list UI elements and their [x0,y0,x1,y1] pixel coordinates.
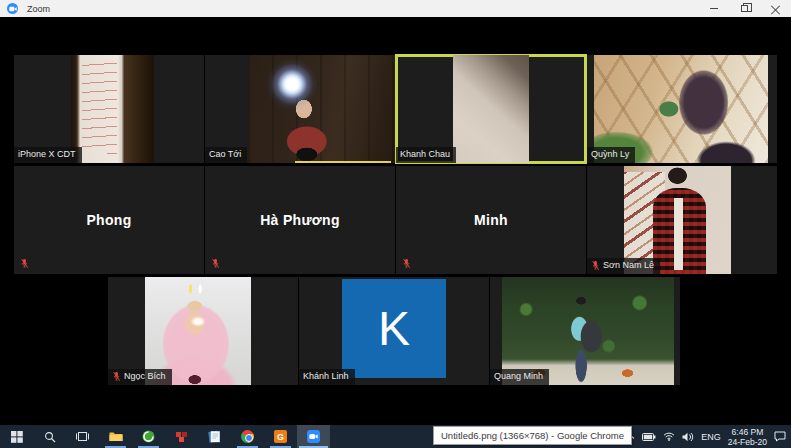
participant-name: Phong [14,166,204,274]
participant-name: Cao Tới [209,149,241,160]
windows-logo-icon [11,431,23,443]
close-icon [771,4,780,13]
participant-name: Khanh Chau [400,149,450,160]
participant-name-tag: Quang Minh [490,369,549,385]
zoom-app-window: Zoom iPhone X CDT Cao Tới Khanh Chau [0,0,791,448]
notes-app-icon [208,430,221,443]
search-button[interactable] [33,425,66,448]
participant-name: Minh [396,166,586,274]
start-button[interactable] [0,425,33,448]
system-tray: ENG 6:46 PM 24-Feb-20 [607,425,791,448]
windows-taskbar: G [0,425,791,448]
participant-video [453,55,529,163]
volume-icon[interactable] [682,432,694,442]
task-view-button[interactable] [66,425,99,448]
window-title: Zoom [27,4,50,14]
participant-tile-khanh-chau-active-speaker[interactable]: Khanh Chau [396,55,586,163]
avatar: K [342,279,446,378]
wifi-icon[interactable] [663,432,675,441]
participant-tile-iphone-x-cdt[interactable]: iPhone X CDT [14,55,204,163]
participant-name-tag: Sơn Nam Lê [587,258,660,274]
participant-tile-son-nam-le[interactable]: Sơn Nam Lê [587,166,777,274]
participant-name: Sơn Nam Lê [603,260,654,271]
participant-name: Khánh Linh [303,371,349,382]
taskbar-apps: G [0,425,330,448]
zoom-taskbar-icon [307,430,320,443]
g-app-icon: G [274,430,287,443]
battery-icon[interactable] [642,433,656,441]
avatar-letter: K [378,305,410,353]
window-controls [698,0,791,17]
zoom-app-icon [7,3,18,14]
notes-app-button[interactable] [198,425,231,448]
camera-icon [9,6,17,12]
participant-tile-khanh-linh[interactable]: K Khánh Linh [299,277,489,385]
participant-video [248,55,395,163]
participant-tile-quynh-ly[interactable]: Quỳnh Ly [587,55,777,163]
participant-name: iPhone X CDT [18,149,76,160]
language-indicator[interactable]: ENG [701,432,721,442]
participant-video [71,55,154,163]
muted-mic-icon [211,258,220,269]
muted-mic-icon [20,258,29,269]
participant-name-tag: Khanh Chau [396,147,456,163]
chrome-thumbnail-tooltip: Untitled6.png (1366×768) - Google Chrome [433,426,632,445]
chrome-button[interactable] [231,425,264,448]
title-bar: Zoom [0,0,791,17]
red-app-button[interactable] [165,425,198,448]
participant-name-tag: Cao Tới [205,147,247,163]
clock[interactable]: 6:46 PM 24-Feb-20 [728,427,767,447]
participant-tile-cao-toi[interactable]: Cao Tới [205,55,395,163]
muted-mic-icon [112,371,121,382]
participant-name-tag: Quỳnh Ly [587,147,635,163]
restore-button[interactable] [729,0,760,17]
participant-name: Quang Minh [494,371,543,382]
participant-tile-minh[interactable]: Minh [396,166,586,274]
muted-mic-icon [591,260,600,271]
green-app-icon [142,430,155,443]
restore-icon [741,5,748,12]
muted-mic-icon [402,258,411,269]
folder-icon [109,431,123,442]
clock-time: 6:46 PM [728,427,767,437]
file-explorer-button[interactable] [99,425,132,448]
green-app-button[interactable] [132,425,165,448]
g-app-button[interactable]: G [264,425,297,448]
gallery-row-3: Ngọc Bích K Khánh Linh Quang Minh [108,277,680,385]
participant-name-tag: Ngọc Bích [108,369,172,385]
participant-name: Quỳnh Ly [591,149,629,160]
participant-name-tag: iPhone X CDT [14,147,82,163]
search-icon [44,431,56,443]
minimize-icon [710,8,718,9]
task-view-icon [76,431,89,442]
clock-date: 24-Feb-20 [728,437,767,447]
participant-tile-ngoc-bich[interactable]: Ngọc Bích [108,277,298,385]
gallery-row-1: iPhone X CDT Cao Tới Khanh Chau Quỳnh Ly [14,55,777,163]
participant-tile-ha-phuong[interactable]: Hà Phương [205,166,395,274]
zoom-taskbar-button[interactable] [297,425,330,448]
scarf [674,198,683,269]
gallery-row-2: Phong Hà Phương Minh [14,166,777,274]
action-center-icon[interactable] [774,431,786,442]
minimize-button[interactable] [698,0,729,17]
participant-name-tag: Khánh Linh [299,369,355,385]
participant-tile-quang-minh[interactable]: Quang Minh [490,277,680,385]
camera-icon [309,433,318,440]
participant-tile-phong[interactable]: Phong [14,166,204,274]
close-button[interactable] [760,0,791,17]
participant-name: Ngọc Bích [124,371,166,382]
red-app-icon [175,430,188,443]
participant-name: Hà Phương [205,166,395,274]
chrome-icon [241,430,254,443]
